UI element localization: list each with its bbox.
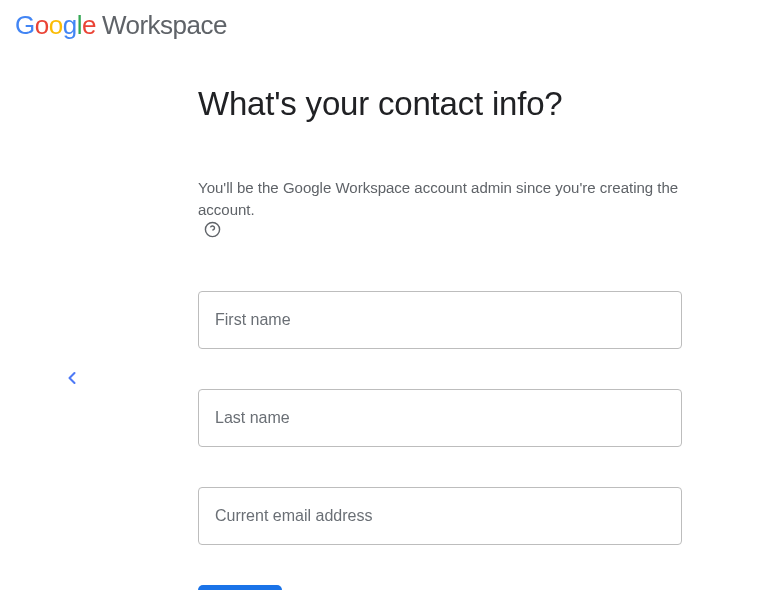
first-name-field[interactable] [198,291,682,349]
chevron-left-icon [62,368,82,388]
subtitle-text: You'll be the Google Workspace account a… [198,177,682,221]
workspace-text: Workspace [102,10,227,41]
page-title: What's your contact info? [198,85,682,123]
help-icon[interactable] [204,221,221,244]
email-field[interactable] [198,487,682,545]
back-button[interactable] [62,368,82,388]
subtitle: You'll be the Google Workspace account a… [198,177,682,243]
logo: Google Workspace [15,10,227,41]
last-name-field[interactable] [198,389,682,447]
google-logo: Google [15,10,96,41]
signup-form: What's your contact info? You'll be the … [198,85,682,590]
next-button[interactable]: Next [198,585,282,590]
